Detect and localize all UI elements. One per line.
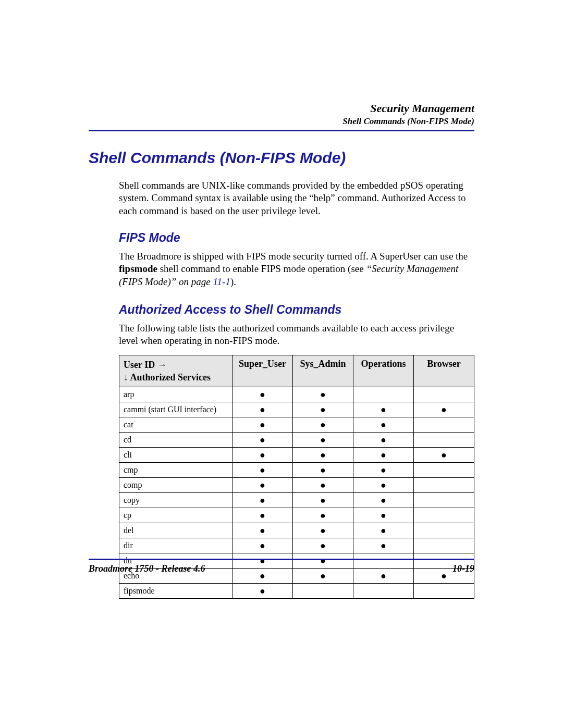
access-cell: ● bbox=[232, 523, 292, 538]
table-header-col-0: Super_User bbox=[232, 355, 292, 387]
table-row: cat●●● bbox=[119, 417, 474, 433]
access-cell bbox=[413, 433, 474, 448]
command-cell: fipsmode bbox=[119, 584, 232, 599]
table-header-col-1: Sys_Admin bbox=[292, 355, 353, 387]
fips-paragraph: The Broadmore is shipped with FIPS mode … bbox=[119, 250, 474, 288]
table-row: arp●● bbox=[119, 387, 474, 402]
access-cell bbox=[413, 417, 474, 433]
access-cell: ● bbox=[232, 463, 292, 478]
access-cell: ● bbox=[292, 508, 353, 523]
access-cell: ● bbox=[353, 433, 413, 448]
table-header-row: User ID → ↓ Authorized Services Super_Us… bbox=[119, 355, 474, 387]
command-cell: copy bbox=[119, 493, 232, 508]
access-cell: ● bbox=[353, 417, 413, 433]
table-header-left: User ID → ↓ Authorized Services bbox=[119, 355, 232, 387]
access-cell bbox=[353, 584, 413, 599]
table-header-col-2: Operations bbox=[353, 355, 413, 387]
access-cell: ● bbox=[232, 387, 292, 402]
command-cell: cd bbox=[119, 433, 232, 448]
page-header: Security Management Shell Commands (Non-… bbox=[89, 102, 474, 127]
access-cell bbox=[413, 478, 474, 493]
command-cell: cli bbox=[119, 448, 232, 463]
command-cell: comp bbox=[119, 478, 232, 493]
command-cell: dir bbox=[119, 538, 232, 553]
access-cell: ● bbox=[353, 448, 413, 463]
table-row: copy●●● bbox=[119, 493, 474, 508]
table-row: cli●●●● bbox=[119, 448, 474, 463]
access-cell: ● bbox=[232, 478, 292, 493]
access-cell: ● bbox=[232, 493, 292, 508]
footer-right: 10-19 bbox=[452, 563, 474, 574]
command-cell: cmp bbox=[119, 463, 232, 478]
access-cell: ● bbox=[413, 402, 474, 417]
access-cell: ● bbox=[353, 508, 413, 523]
access-cell: ● bbox=[292, 448, 353, 463]
command-cell: cp bbox=[119, 508, 232, 523]
fips-bold: fipsmode bbox=[119, 263, 157, 274]
access-cell: ● bbox=[413, 448, 474, 463]
fips-page-link[interactable]: 11-1 bbox=[213, 276, 230, 287]
access-cell: ● bbox=[353, 463, 413, 478]
auth-paragraph: The following table lists the authorized… bbox=[119, 322, 474, 348]
header-title: Security Management bbox=[89, 102, 474, 115]
access-cell: ● bbox=[232, 402, 292, 417]
access-cell bbox=[413, 538, 474, 553]
footer-rule bbox=[89, 559, 474, 560]
table-row: del●●● bbox=[119, 523, 474, 538]
table-header-col-3: Browser bbox=[413, 355, 474, 387]
access-cell bbox=[413, 463, 474, 478]
table-row: cp●●● bbox=[119, 508, 474, 523]
table-row: cd●●● bbox=[119, 433, 474, 448]
table-row: fipsmode● bbox=[119, 584, 474, 599]
table-row: comp●●● bbox=[119, 478, 474, 493]
page-footer: Broadmore 1750 - Release 4.6 10-19 bbox=[89, 559, 474, 574]
intro-paragraph: Shell commands are UNIX-like commands pr… bbox=[119, 179, 474, 217]
access-cell: ● bbox=[292, 417, 353, 433]
access-cell: ● bbox=[232, 584, 292, 599]
fips-text-a: The Broadmore is shipped with FIPS mode … bbox=[119, 251, 468, 262]
access-cell: ● bbox=[292, 402, 353, 417]
command-cell: arp bbox=[119, 387, 232, 402]
access-cell: ● bbox=[292, 523, 353, 538]
access-cell bbox=[413, 493, 474, 508]
auth-heading: Authorized Access to Shell Commands bbox=[119, 303, 474, 317]
table-row: dir●●● bbox=[119, 538, 474, 553]
access-cell: ● bbox=[292, 478, 353, 493]
access-cell: ● bbox=[232, 433, 292, 448]
access-cell: ● bbox=[232, 508, 292, 523]
access-cell: ● bbox=[232, 538, 292, 553]
footer-left: Broadmore 1750 - Release 4.6 bbox=[89, 563, 205, 574]
access-cell: ● bbox=[353, 493, 413, 508]
command-cell: cammi (start GUI interface) bbox=[119, 402, 232, 417]
command-cell: del bbox=[119, 523, 232, 538]
page-title: Shell Commands (Non-FIPS Mode) bbox=[89, 149, 474, 167]
access-cell bbox=[413, 584, 474, 599]
fips-text-c: ). bbox=[230, 276, 236, 287]
access-cell: ● bbox=[353, 478, 413, 493]
access-cell: ● bbox=[353, 523, 413, 538]
access-cell: ● bbox=[292, 538, 353, 553]
access-cell bbox=[413, 523, 474, 538]
fips-heading: FIPS Mode bbox=[119, 231, 474, 245]
access-cell: ● bbox=[232, 417, 292, 433]
access-cell bbox=[413, 508, 474, 523]
access-cell: ● bbox=[353, 402, 413, 417]
access-cell: ● bbox=[353, 538, 413, 553]
access-cell: ● bbox=[292, 433, 353, 448]
access-cell: ● bbox=[292, 493, 353, 508]
table-row: cmp●●● bbox=[119, 463, 474, 478]
access-cell bbox=[292, 584, 353, 599]
access-cell bbox=[353, 387, 413, 402]
hdr-left-line1: User ID → bbox=[124, 360, 167, 370]
hdr-left-line2: ↓ Authorized Services bbox=[124, 372, 211, 382]
command-cell: cat bbox=[119, 417, 232, 433]
header-subtitle: Shell Commands (Non-FIPS Mode) bbox=[89, 116, 474, 127]
access-cell bbox=[413, 387, 474, 402]
access-cell: ● bbox=[292, 463, 353, 478]
access-cell: ● bbox=[292, 387, 353, 402]
access-cell: ● bbox=[232, 448, 292, 463]
header-rule bbox=[89, 130, 474, 131]
fips-text-b: shell command to enable FIPS mode operat… bbox=[157, 263, 366, 274]
table-row: cammi (start GUI interface)●●●● bbox=[119, 402, 474, 417]
